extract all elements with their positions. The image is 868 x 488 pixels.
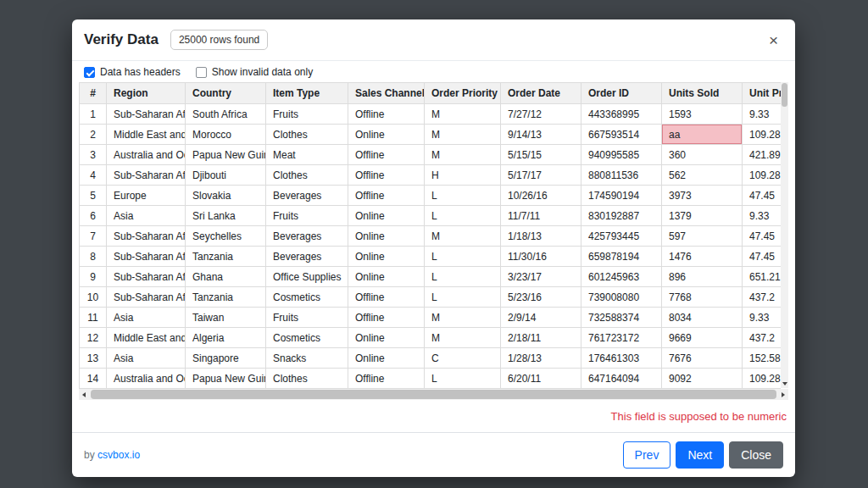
table-cell[interactable]: Ghana <box>186 267 266 287</box>
table-cell[interactable]: 647164094 <box>581 369 662 389</box>
table-cell[interactable]: 2/18/11 <box>501 328 581 348</box>
table-cell[interactable]: Australia and Oce <box>107 145 186 165</box>
close-icon[interactable]: × <box>764 30 783 50</box>
table-cell[interactable]: Beverages <box>266 186 348 206</box>
table-cell[interactable]: Middle East and N <box>107 125 186 145</box>
table-cell[interactable]: Papua New Guine <box>186 369 266 389</box>
table-cell[interactable]: 5/23/16 <box>501 287 581 308</box>
horizontal-scrollbar-thumb[interactable] <box>91 390 776 399</box>
vertical-scrollbar-thumb[interactable] <box>782 83 787 107</box>
table-cell[interactable]: Singapore <box>186 348 266 369</box>
prev-button[interactable]: Prev <box>623 441 671 469</box>
csvbox-link[interactable]: csvbox.io <box>97 449 140 461</box>
table-cell[interactable]: M <box>425 308 501 328</box>
invalid-cell[interactable]: aa <box>662 125 743 145</box>
table-cell[interactable]: 6/20/11 <box>501 369 581 389</box>
table-cell[interactable]: Fruits <box>266 308 348 328</box>
vertical-scrollbar[interactable] <box>781 82 788 388</box>
table-cell[interactable]: Meat <box>266 145 348 165</box>
table-cell[interactable]: Cosmetics <box>266 328 348 348</box>
table-cell[interactable]: 2/9/14 <box>501 308 581 328</box>
show-invalid-only-checkbox[interactable] <box>196 67 207 78</box>
table-cell[interactable]: Fruits <box>266 104 348 125</box>
table-cell[interactable]: 1379 <box>662 206 743 226</box>
table-cell[interactable]: 739008080 <box>581 287 662 308</box>
table-cell[interactable]: 47.45 <box>743 186 782 206</box>
table-cell[interactable]: Offline <box>348 186 425 206</box>
table-cell[interactable]: 1593 <box>662 104 743 125</box>
table-cell[interactable]: 421.89 <box>743 145 782 165</box>
table-cell[interactable]: H <box>425 165 501 186</box>
table-cell[interactable]: 9/14/13 <box>501 125 581 145</box>
table-cell[interactable]: Clothes <box>266 165 348 186</box>
table-cell[interactable]: 7676 <box>662 348 743 369</box>
table-cell[interactable]: Papua New Guine <box>186 145 266 165</box>
table-cell[interactable]: 176461303 <box>581 348 662 369</box>
table-cell[interactable]: Online <box>348 328 425 348</box>
horizontal-scrollbar[interactable] <box>79 389 788 400</box>
table-cell[interactable]: Morocco <box>186 125 266 145</box>
table-cell[interactable]: 7768 <box>662 287 743 308</box>
table-cell[interactable]: M <box>425 125 501 145</box>
table-cell[interactable]: L <box>425 287 501 308</box>
data-has-headers-checkbox[interactable] <box>84 67 95 78</box>
table-cell[interactable]: 880811536 <box>581 165 662 186</box>
table-cell[interactable]: 9092 <box>662 369 743 389</box>
table-cell[interactable]: 1476 <box>662 247 743 267</box>
table-cell[interactable]: Europe <box>107 186 186 206</box>
table-cell[interactable]: 109.28 <box>743 125 782 145</box>
table-cell[interactable]: 9.33 <box>743 308 782 328</box>
table-cell[interactable]: Clothes <box>266 369 348 389</box>
table-cell[interactable]: 5/17/17 <box>501 165 581 186</box>
table-cell[interactable]: C <box>425 348 501 369</box>
table-cell[interactable]: Beverages <box>266 247 348 267</box>
table-cell[interactable]: 437.2 <box>743 328 782 348</box>
table-cell[interactable]: 9669 <box>662 328 743 348</box>
table-cell[interactable]: 597 <box>662 226 743 247</box>
table-cell[interactable]: Online <box>348 226 425 247</box>
table-cell[interactable]: Sub-Saharan Afric <box>107 247 186 267</box>
table-cell[interactable]: Sub-Saharan Afric <box>107 165 186 186</box>
table-cell[interactable]: 8034 <box>662 308 743 328</box>
close-button[interactable]: Close <box>729 441 783 469</box>
table-cell[interactable]: 11/30/16 <box>501 247 581 267</box>
table-cell[interactable]: 830192887 <box>581 206 662 226</box>
show-invalid-only-option[interactable]: Show invalid data only <box>196 66 313 78</box>
table-cell[interactable]: 9.33 <box>743 104 782 125</box>
table-cell[interactable]: Asia <box>107 206 186 226</box>
next-button[interactable]: Next <box>676 441 724 469</box>
table-cell[interactable]: L <box>425 247 501 267</box>
table-cell[interactable]: 437.2 <box>743 287 782 308</box>
table-cell[interactable]: Offline <box>348 165 425 186</box>
table-cell[interactable]: Snacks <box>266 348 348 369</box>
table-cell[interactable]: Australia and Oce <box>107 369 186 389</box>
table-cell[interactable]: Cosmetics <box>266 287 348 308</box>
table-cell[interactable]: Online <box>348 125 425 145</box>
table-cell[interactable]: Offline <box>348 104 425 125</box>
table-cell[interactable]: Online <box>348 247 425 267</box>
table-cell[interactable]: Sub-Saharan Afric <box>107 104 186 125</box>
scroll-right-icon[interactable] <box>778 389 788 400</box>
table-cell[interactable]: Sub-Saharan Afric <box>107 287 186 308</box>
data-has-headers-option[interactable]: Data has headers <box>84 66 181 78</box>
table-cell[interactable]: 152.58 <box>743 348 782 369</box>
table-cell[interactable]: Fruits <box>266 206 348 226</box>
table-cell[interactable]: Online <box>348 348 425 369</box>
table-cell[interactable]: 732588374 <box>581 308 662 328</box>
table-cell[interactable]: Slovakia <box>186 186 266 206</box>
table-cell[interactable]: 10/26/16 <box>501 186 581 206</box>
table-cell[interactable]: Offline <box>348 145 425 165</box>
table-cell[interactable]: Offline <box>348 287 425 308</box>
table-cell[interactable]: 5/15/15 <box>501 145 581 165</box>
table-cell[interactable]: 1/18/13 <box>501 226 581 247</box>
table-cell[interactable]: 601245963 <box>581 267 662 287</box>
table-cell[interactable]: Sub-Saharan Afric <box>107 267 186 287</box>
table-cell[interactable]: L <box>425 206 501 226</box>
table-cell[interactable]: 1/28/13 <box>501 348 581 369</box>
table-cell[interactable]: 940995585 <box>581 145 662 165</box>
table-cell[interactable]: Offline <box>348 308 425 328</box>
scroll-left-icon[interactable] <box>79 389 89 400</box>
table-cell[interactable]: Sri Lanka <box>186 206 266 226</box>
table-cell[interactable]: Djibouti <box>186 165 266 186</box>
table-cell[interactable]: 47.45 <box>743 247 782 267</box>
